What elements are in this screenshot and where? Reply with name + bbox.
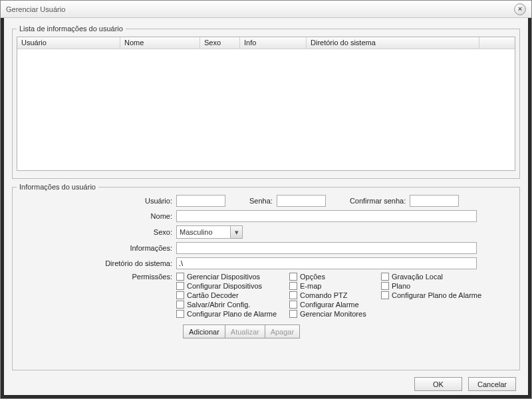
input-informacoes[interactable]: [176, 242, 477, 254]
checkbox-icon: [176, 301, 184, 309]
window-title: Gerenciar Usuário: [6, 5, 514, 13]
label-informacoes: Informações:: [17, 244, 176, 252]
checkbox-icon: [381, 273, 389, 281]
checkbox-icon: [176, 310, 184, 318]
input-usuario[interactable]: [176, 195, 225, 207]
input-nome[interactable]: [176, 210, 477, 222]
checkbox-icon: [381, 282, 389, 290]
checkbox-icon: [176, 291, 184, 299]
user-table[interactable]: Usuário Nome Sexo Info Diretório do sist…: [17, 37, 515, 171]
user-list-legend: Lista de informações do usuário: [17, 25, 126, 33]
input-diretorio[interactable]: [176, 257, 477, 269]
checkbox-icon: [289, 282, 297, 290]
select-sexo-value: Masculino: [177, 228, 213, 236]
ok-button[interactable]: OK: [414, 377, 462, 391]
row-informacoes: Informações:: [17, 242, 515, 254]
row-sexo: Sexo: Masculino ▾: [17, 225, 515, 239]
perm-col-2: Opções E-map Comando PTZ Configurar Alar…: [289, 273, 376, 318]
row-nome: Nome:: [17, 210, 515, 222]
action-buttons: Adicionar Atualizar Apagar: [183, 325, 515, 338]
row-permissoes: Permissões: Gerenciar Dispositivos Confi…: [17, 273, 515, 318]
row-credentials: Usuário: Senha: Confirmar senha:: [17, 195, 515, 207]
adicionar-button[interactable]: Adicionar: [183, 325, 225, 338]
perm-col-3: Gravação Local Plano Configurar Plano de…: [381, 273, 494, 318]
label-confirmar: Confirmar senha:: [346, 197, 410, 205]
table-header-row: Usuário Nome Sexo Info Diretório do sist…: [17, 37, 515, 49]
user-info-legend: Informações do usuário: [17, 183, 98, 191]
checkbox-icon: [289, 310, 297, 318]
perm-emap[interactable]: E-map: [289, 282, 376, 290]
user-list-group: Lista de informações do usuário Usuário …: [12, 25, 520, 179]
checkbox-icon: [289, 273, 297, 281]
checkbox-icon: [176, 282, 184, 290]
col-diretorio[interactable]: Diretório do sistema: [307, 37, 479, 49]
input-senha[interactable]: [277, 195, 326, 207]
checkbox-icon: [176, 273, 184, 281]
label-usuario: Usuário:: [17, 197, 176, 205]
perm-opcoes[interactable]: Opções: [289, 273, 376, 281]
window-body: Lista de informações do usuário Usuário …: [1, 18, 531, 398]
label-permissoes: Permissões:: [17, 273, 176, 281]
user-info-group: Informações do usuário Usuário: Senha: C…: [12, 183, 520, 370]
label-nome: Nome:: [17, 212, 176, 220]
col-sexo[interactable]: Sexo: [200, 37, 240, 49]
perm-configurar-plano-alarme-1[interactable]: Configurar Plano de Alarme: [176, 310, 284, 318]
perm-col-1: Gerenciar Dispositivos Configurar Dispos…: [176, 273, 284, 318]
titlebar: Gerenciar Usuário ×: [1, 1, 531, 18]
checkbox-icon: [289, 291, 297, 299]
label-senha: Senha:: [245, 197, 277, 205]
checkbox-icon: [289, 301, 297, 309]
apagar-button: Apagar: [265, 325, 300, 338]
checkbox-icon: [381, 291, 389, 299]
col-extra[interactable]: [479, 37, 515, 49]
perm-cartao-decoder[interactable]: Cartão Decoder: [176, 291, 284, 299]
perm-gerenciar-monitores[interactable]: Gerenciar Monitores: [289, 310, 376, 318]
perm-configurar-dispositivos[interactable]: Configurar Dispositivos: [176, 282, 284, 290]
close-button[interactable]: ×: [514, 3, 526, 15]
perm-configurar-plano-alarme-2[interactable]: Configurar Plano de Alarme: [381, 291, 494, 299]
select-sexo[interactable]: Masculino ▾: [176, 225, 243, 239]
cancel-button[interactable]: Cancelar: [468, 377, 516, 391]
perm-salvar-abrir-config[interactable]: Salvar/Abrir Config.: [176, 301, 284, 309]
label-diretorio: Diretório do sistema:: [17, 259, 176, 267]
permissions-columns: Gerenciar Dispositivos Configurar Dispos…: [176, 273, 494, 318]
atualizar-button: Atualizar: [225, 325, 265, 338]
chevron-down-icon: ▾: [230, 226, 242, 238]
perm-plano[interactable]: Plano: [381, 282, 494, 290]
row-diretorio: Diretório do sistema:: [17, 257, 515, 269]
input-confirmar[interactable]: [410, 195, 459, 207]
col-usuario[interactable]: Usuário: [17, 37, 120, 49]
close-icon: ×: [518, 5, 522, 13]
col-nome[interactable]: Nome: [120, 37, 200, 49]
label-sexo: Sexo:: [17, 228, 176, 236]
col-info[interactable]: Info: [240, 37, 307, 49]
dialog-footer: OK Cancelar: [12, 374, 520, 391]
perm-gerenciar-dispositivos[interactable]: Gerenciar Dispositivos: [176, 273, 284, 281]
perm-gravacao-local[interactable]: Gravação Local: [381, 273, 494, 281]
perm-configurar-alarme[interactable]: Configurar Alarme: [289, 301, 376, 309]
perm-comando-ptz[interactable]: Comando PTZ: [289, 291, 376, 299]
window: Gerenciar Usuário × Lista de informações…: [0, 0, 532, 399]
